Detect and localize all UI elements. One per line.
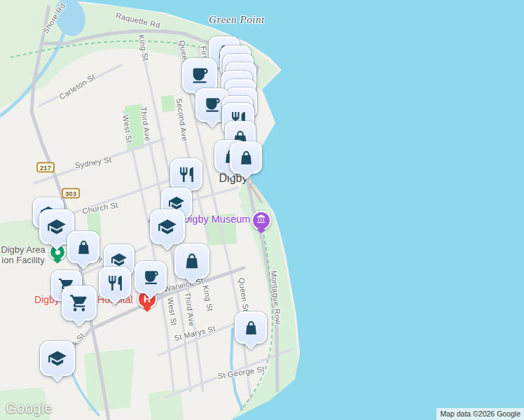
route-shield-217: 217: [36, 162, 55, 173]
bag-icon: [75, 239, 92, 256]
museum-icon: [256, 214, 266, 227]
map-tiles: [0, 0, 524, 420]
cart-icon: [69, 293, 89, 313]
facility-label: Digby Area ion Facility: [1, 244, 46, 265]
grad-cap-icon: [158, 217, 177, 237]
fork-knife-icon: [106, 274, 124, 292]
map-canvas[interactable]: Shore RdRaquette RdGreen PointKing StQue…: [0, 0, 524, 420]
museum-marker[interactable]: [251, 211, 271, 230]
bag-icon: [182, 251, 202, 271]
bag-icon: [242, 319, 260, 337]
bag-icon: [237, 149, 255, 167]
facility-label-line2: ion Facility: [1, 255, 46, 265]
map-pin-bag[interactable]: [235, 312, 267, 344]
map-attribution[interactable]: Map data ©2026 Google: [436, 408, 524, 420]
map-pin-bag[interactable]: [230, 141, 262, 174]
museum-label: Digby Museum: [183, 214, 251, 225]
map-pin-fork-knife[interactable]: [170, 158, 202, 190]
route-shield-303: 303: [62, 188, 80, 199]
coffee-icon: [190, 66, 209, 85]
map-pin-fork-knife[interactable]: [99, 267, 131, 299]
map-pin-grad-cap[interactable]: [40, 341, 75, 376]
coffee-icon: [142, 269, 160, 286]
map-pin-bag[interactable]: [174, 244, 209, 279]
facility-dot: [55, 250, 60, 255]
map-pin-bag[interactable]: [67, 231, 99, 263]
map-pin-grad-cap[interactable]: [150, 209, 185, 244]
facility-label-line1: Digby Area: [1, 244, 46, 255]
coffee-icon: [203, 96, 221, 114]
grad-cap-icon: [111, 251, 127, 268]
park: [161, 95, 175, 112]
natural-label-green-point: Green Point: [209, 14, 265, 26]
map-pin-coffee[interactable]: [135, 261, 167, 293]
grad-cap-icon: [48, 349, 67, 368]
google-logo[interactable]: Google: [6, 400, 53, 416]
grad-cap-icon: [47, 217, 67, 237]
fork-knife-icon: [178, 166, 195, 183]
map-pin-cart[interactable]: [62, 286, 97, 321]
